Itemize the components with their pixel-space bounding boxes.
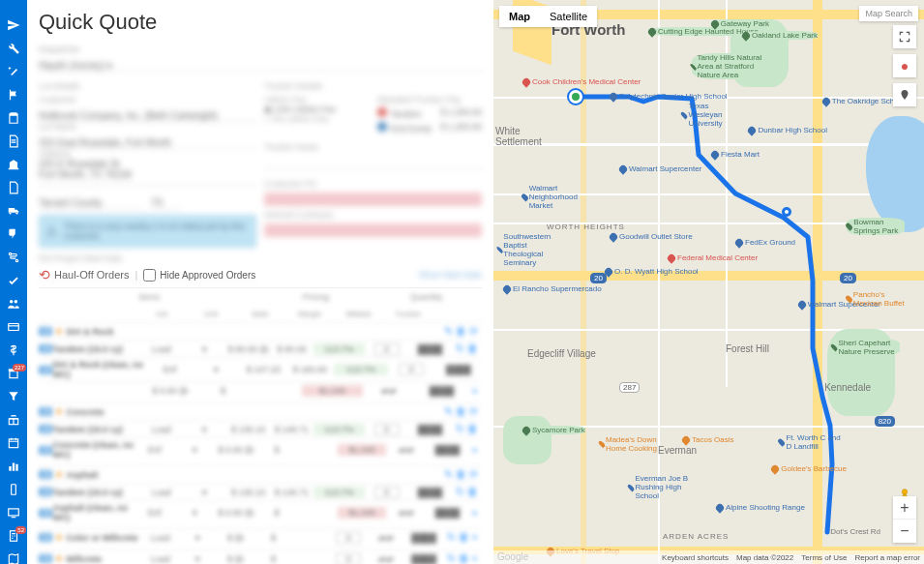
- zoom-control: + −: [893, 496, 916, 543]
- wand-icon[interactable]: [7, 65, 20, 78]
- poi-fiesta: Fiesta Mart: [711, 150, 760, 159]
- wrench-icon[interactable]: [7, 42, 20, 55]
- poi-panchos: Pancho's Mexican Buffet: [847, 290, 905, 308]
- building-icon[interactable]: [7, 158, 20, 171]
- shield-i20-b: 20: [840, 273, 856, 283]
- poi-bowman: Bowman Springs Park: [847, 218, 905, 235]
- tv-icon[interactable]: [7, 506, 20, 519]
- map-panel[interactable]: Fort Worth 20 20 287 820 Cook Children's…: [493, 0, 924, 564]
- poi-alpine: Alpine Shooting Range: [716, 503, 805, 512]
- poi-wyatt: O. D. Wyatt High School: [605, 267, 699, 276]
- dollar-icon[interactable]: [7, 343, 20, 357]
- label-forest-hill: Forest Hill: [726, 343, 769, 354]
- poi-goldees: Goldee's Barbecue: [771, 464, 847, 473]
- poi-rancho: El Rancho Supermercado: [503, 284, 602, 293]
- poi-tacos: Tacos Oasis: [682, 435, 734, 444]
- calc-badge: 52: [15, 526, 26, 534]
- truck-icon[interactable]: [7, 204, 20, 218]
- zoom-out-button[interactable]: −: [893, 519, 916, 543]
- filter-icon[interactable]: [7, 390, 20, 403]
- poi-texwes: Texas Wesleyan University: [682, 102, 740, 128]
- svg-rect-0: [9, 324, 19, 331]
- poi-walmart-nh: Walmart Neighborhood Market: [522, 184, 590, 210]
- haul-off-table: Items Pricing Quantity JobUnitMatsMargin…: [39, 288, 482, 564]
- poi-oakland: Oakland Lake Park: [742, 31, 818, 40]
- document-icon[interactable]: [7, 134, 20, 148]
- users-icon[interactable]: [7, 297, 20, 311]
- phone-icon[interactable]: [7, 483, 20, 496]
- poi-fedex: FedEx Ground: [735, 238, 795, 247]
- svg-rect-4: [9, 439, 17, 448]
- poi-gateway: Gateway Park: [711, 19, 769, 28]
- svg-point-9: [902, 490, 907, 494]
- map-type-map-button[interactable]: Map: [499, 6, 540, 27]
- footer-terms[interactable]: Terms of Use: [801, 553, 847, 562]
- footer-report[interactable]: Report a map error: [854, 553, 920, 562]
- poi-walmart1: Walmart Supercenter: [619, 164, 701, 173]
- poi-madea: Madea's Down Home Cooking: [600, 435, 658, 453]
- svg-rect-5: [12, 485, 16, 495]
- marker-button[interactable]: [893, 83, 916, 106]
- town-edgecliff: Edgecliff Village: [527, 348, 596, 359]
- poi-joebs: Everman Joe B Rushing High School: [629, 474, 706, 500]
- shield-287: 287: [619, 382, 640, 393]
- main-sidebar: 227 52: [0, 0, 27, 564]
- archive-badge: 227: [13, 364, 26, 371]
- fullscreen-button[interactable]: [893, 25, 916, 48]
- label-crest: Dot's Crest Rd: [830, 527, 880, 536]
- clipboard-icon[interactable]: [7, 111, 20, 125]
- route-waypoint-marker: [782, 207, 791, 217]
- town-kennedale: Kennedale: [824, 382, 871, 393]
- poi-landfill: Ft. Worth C and D Landfill: [779, 433, 847, 451]
- route-icon[interactable]: [7, 251, 20, 264]
- map-footer: Keyboard shortcuts Map data ©2022 Terms …: [493, 550, 924, 564]
- label-worth-heights: WORTH HEIGHTS: [547, 223, 625, 231]
- poi-tandy: Tandy Hills Natural Area at Stratford Na…: [692, 53, 769, 79]
- gift-icon[interactable]: [7, 413, 20, 427]
- map-search-box[interactable]: Map Search: [859, 6, 918, 21]
- shield-820: 820: [875, 416, 895, 427]
- chart-icon[interactable]: [7, 460, 20, 473]
- page-title: Quick Quote: [39, 10, 482, 35]
- poi-cook: Cook Children's Medical Center: [522, 77, 641, 86]
- archive-icon[interactable]: 227: [7, 367, 20, 380]
- poi-dunbar: Dunbar High School: [748, 126, 827, 134]
- poi-sheri: Sheri Capehart Nature Preserve: [832, 339, 900, 356]
- calc-icon[interactable]: 52: [7, 529, 20, 543]
- map-type-satellite-button[interactable]: Satellite: [540, 6, 597, 27]
- card-icon[interactable]: [7, 320, 20, 334]
- svg-rect-2: [10, 371, 17, 378]
- footer-shortcuts[interactable]: Keyboard shortcuts: [662, 553, 729, 562]
- show-start-date-link[interactable]: Show Start Date: [418, 270, 482, 280]
- label-white: White Settlement: [495, 126, 534, 147]
- zoom-in-button[interactable]: +: [893, 496, 916, 519]
- footer-data: Map data ©2022: [736, 553, 793, 562]
- poi-sbts: Southwestern Baptist Theological Seminar…: [498, 232, 566, 267]
- quote-form-blurred: Dispatcher Haydn (money) ▾ Lot Details C…: [39, 45, 482, 262]
- town-everman: Everman: [658, 445, 697, 456]
- label-arden: ARDEN ACRES: [663, 532, 729, 541]
- dislike-icon[interactable]: [7, 227, 20, 241]
- quote-panel: Quick Quote Dispatcher Haydn (money) ▾ L…: [27, 0, 493, 564]
- poi-sycamore: Sycamore Park: [522, 426, 585, 434]
- info-button[interactable]: ●: [893, 54, 916, 77]
- send-icon[interactable]: [7, 18, 20, 32]
- svg-rect-6: [9, 509, 19, 516]
- map-type-control: Map Satellite: [499, 6, 597, 27]
- flag-icon[interactable]: [7, 88, 20, 102]
- route-origin-marker: [569, 90, 582, 104]
- check-icon[interactable]: [7, 274, 20, 287]
- poi-polytech: Polytechnic Senior High School: [610, 92, 728, 101]
- poi-fedmed: Federal Medical Center: [668, 253, 758, 262]
- calendar-icon[interactable]: [7, 436, 20, 450]
- file-icon[interactable]: [7, 181, 20, 194]
- map-icon[interactable]: [7, 552, 20, 564]
- poi-goodwill: Goodwill Outlet Store: [610, 232, 693, 241]
